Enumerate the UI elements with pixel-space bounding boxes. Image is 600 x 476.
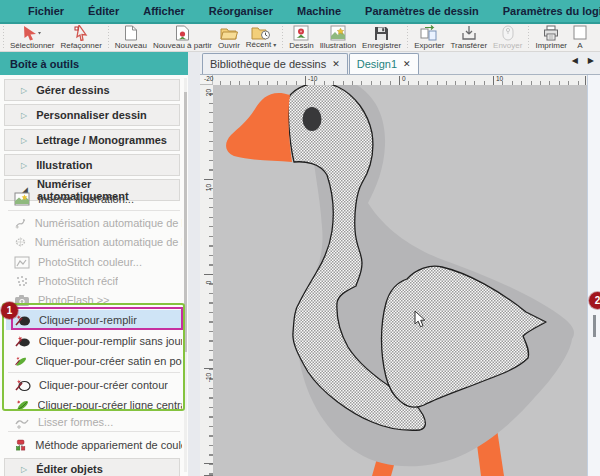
tool-photostitch-couleur[interactable]: PhotoStitch couleur... xyxy=(6,252,182,272)
ruler-label: 20 xyxy=(205,86,212,100)
menu-parametres-dessin[interactable]: Paramètres de dessin xyxy=(365,5,479,17)
divider xyxy=(8,210,180,211)
photostitch-reef-icon xyxy=(14,274,30,288)
embroidery-canvas-goose-design[interactable] xyxy=(213,85,587,476)
ruler-label: 0 xyxy=(205,276,212,290)
section-gerer-dessins[interactable]: ▷ Gérer dessins xyxy=(4,79,180,101)
recent-button[interactable]: Récent▾ xyxy=(243,24,279,51)
menu-machine[interactable]: Machine xyxy=(297,5,341,17)
ruler-label: 10 xyxy=(205,181,212,195)
tool-numerisation-auto-1[interactable]: Numérisation automatique de brode... xyxy=(6,213,182,233)
section-personnaliser-dessin[interactable]: ▷ Personnaliser dessin xyxy=(4,104,180,126)
menu-reorganiser[interactable]: Réorganiser xyxy=(209,5,273,17)
tool-lisser-formes[interactable]: Lisser formes... xyxy=(6,412,182,432)
horizontal-ruler: -20 -10 0 10 xyxy=(213,75,587,85)
toolbar-separator xyxy=(405,26,410,49)
new-page-icon xyxy=(124,25,138,41)
tab-bibliotheque-de-dessins[interactable]: Bibliothèque de dessins ✕ xyxy=(202,53,348,74)
tool-photostitch-recif[interactable]: PhotoStitch récif xyxy=(6,271,182,291)
recent-folder-icon xyxy=(251,25,271,40)
canvas-vertical-scrollbar[interactable] xyxy=(587,75,600,476)
open-folder-icon xyxy=(220,25,238,41)
divider xyxy=(8,431,180,432)
toolbox-title: Boîte à outils xyxy=(10,58,79,70)
illustration-button[interactable]: Illustration xyxy=(317,24,359,51)
color-match-icon xyxy=(14,438,27,453)
design-button[interactable]: Dessin xyxy=(286,24,316,51)
main-toolbar: Sélectionner Refaçonner Nouveau Nouveau … xyxy=(0,24,600,52)
vertical-ruler: 20 10 0 -10 xyxy=(200,85,213,476)
section-editer-objets[interactable]: ▷ Éditer objets xyxy=(4,458,180,476)
tab-scroll-right-icon[interactable]: ▶ xyxy=(588,56,594,65)
ruler-label: -10 xyxy=(205,371,212,385)
transfer-button[interactable]: Transférer xyxy=(447,24,490,51)
insert-artwork-icon xyxy=(14,192,30,206)
design-flower-icon xyxy=(293,25,309,41)
print-button[interactable]: Imprimer xyxy=(532,24,570,51)
menu-afficher[interactable]: Afficher xyxy=(143,5,185,17)
ruler-label: 10 xyxy=(496,75,503,82)
document-tab-bar: Bibliothèque de dessins ✕ Design1 ✕ ◀ ▶ xyxy=(200,52,600,75)
auto-digitize-icon xyxy=(14,216,27,230)
wand-centerline-leaf-icon xyxy=(14,398,30,412)
transfer-icon xyxy=(461,25,477,41)
reshape-button[interactable]: Refaçonner xyxy=(57,24,104,51)
ruler-label: 0 xyxy=(402,75,406,82)
tool-cliquer-pour-remplir[interactable]: Cliquer-pour-remplir xyxy=(6,310,182,330)
new-button[interactable]: Nouveau xyxy=(112,24,150,51)
reshape-icon xyxy=(73,25,89,41)
tool-inserer-illustration[interactable]: Insérer illustration... xyxy=(6,189,182,209)
wand-fill-solid-icon xyxy=(14,334,31,348)
toolbar-separator xyxy=(526,26,531,49)
close-icon[interactable]: ✕ xyxy=(403,59,411,69)
goose-beak[interactable] xyxy=(226,93,292,162)
clipped-button[interactable]: A xyxy=(570,24,590,51)
annotation-step-badge-1: 1 xyxy=(1,302,18,319)
new-from-icon xyxy=(175,25,190,41)
tab-scroll-left-icon[interactable]: ◀ xyxy=(572,56,578,65)
save-button[interactable]: Enregistrer xyxy=(359,24,404,51)
tool-cliquer-pour-creer-contour[interactable]: Cliquer-pour-créer contour xyxy=(6,375,182,395)
open-button[interactable]: Ouvrir xyxy=(215,24,243,51)
toolbar-separator xyxy=(280,26,285,49)
tool-cliquer-pour-remplir-sans-jour[interactable]: Cliquer-pour-remplir sans jour xyxy=(6,331,182,351)
wand-satin-leaf-icon xyxy=(14,354,27,368)
chevron-right-icon: ▷ xyxy=(21,161,27,170)
select-button[interactable]: Sélectionner xyxy=(7,24,57,51)
menu-editer[interactable]: Éditer xyxy=(88,5,119,17)
tool-numerisation-auto-2[interactable]: Numérisation automatique de brode... xyxy=(6,232,182,252)
artwork-star-icon xyxy=(330,25,346,41)
chevron-right-icon: ▷ xyxy=(21,465,27,474)
canvas-scrollbar-thumb[interactable] xyxy=(593,315,596,337)
menu-fichier[interactable]: Fichier xyxy=(28,5,64,17)
tool-methode-appariement-couleurs[interactable]: Méthode appariement de couleurs... xyxy=(6,435,182,455)
tool-photoflash[interactable]: PhotoFlash >> xyxy=(6,290,182,310)
export-button[interactable]: Exporter xyxy=(411,24,447,51)
annotation-step-badge-2: 2 xyxy=(589,292,600,309)
document-area: Bibliothèque de dessins ✕ Design1 ✕ ◀ ▶ … xyxy=(200,52,600,476)
divider xyxy=(8,372,180,373)
goose-eye[interactable] xyxy=(303,107,322,131)
ruler-label: -10 xyxy=(308,75,317,82)
tab-design1[interactable]: Design1 ✕ xyxy=(349,53,419,74)
menu-parametres-logiciel[interactable]: Paramètres du logiciel xyxy=(503,5,600,17)
section-lettrage-monogrammes[interactable]: ▷ Lettrage / Monogrammes xyxy=(4,129,180,151)
dropdown-caret-icon: ▾ xyxy=(273,42,276,48)
chevron-right-icon: ▷ xyxy=(21,86,27,95)
sidebar-scrollbar-thumb[interactable] xyxy=(184,92,187,352)
chevron-right-icon: ▷ xyxy=(21,136,27,145)
auto-digitize-alt-icon xyxy=(14,235,27,249)
save-floppy-icon xyxy=(374,25,389,41)
tool-cliquer-pour-creer-satin[interactable]: Cliquer-pour-créer satin en points to... xyxy=(6,351,182,371)
toolbox-header: Boîte à outils xyxy=(0,52,188,75)
close-icon[interactable]: ✕ xyxy=(332,59,340,69)
smooth-shapes-icon xyxy=(14,416,30,429)
mouse-cursor-icon xyxy=(414,310,426,328)
export-icon xyxy=(420,25,438,41)
ruler-label: -20 xyxy=(204,75,213,82)
toolbar-separator xyxy=(106,26,111,49)
send-button: Envoyer xyxy=(490,24,525,51)
section-illustration[interactable]: ▷ Illustration xyxy=(4,154,180,176)
new-from-button[interactable]: Nouveau à partir xyxy=(150,24,215,51)
toolbox-panel: Boîte à outils ▷ Gérer dessins ▷ Personn… xyxy=(0,52,188,476)
